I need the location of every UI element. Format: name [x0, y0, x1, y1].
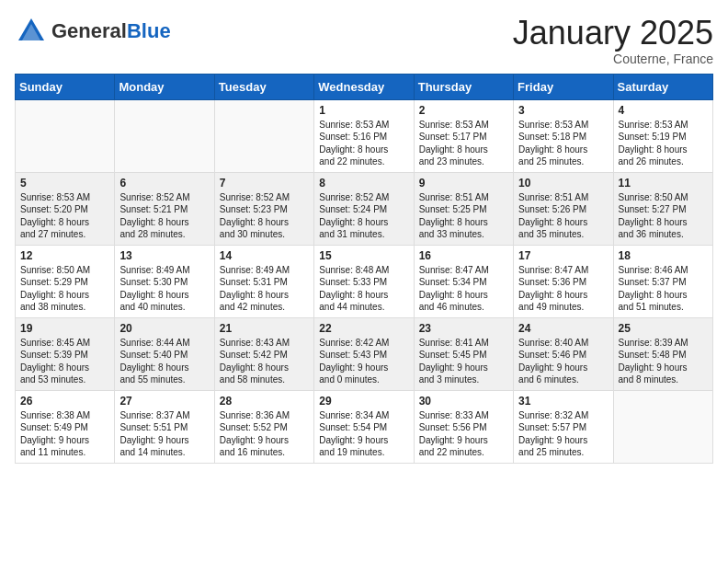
day-number: 18 [619, 249, 708, 262]
calendar-day-4: 4Sunrise: 8:53 AM Sunset: 5:19 PM Daylig… [613, 99, 712, 172]
day-info: Sunrise: 8:47 AM Sunset: 5:34 PM Dayligh… [419, 264, 508, 314]
calendar-day-17: 17Sunrise: 8:47 AM Sunset: 5:36 PM Dayli… [514, 245, 613, 317]
calendar-day-23: 23Sunrise: 8:41 AM Sunset: 5:45 PM Dayli… [414, 317, 513, 390]
day-info: Sunrise: 8:51 AM Sunset: 5:26 PM Dayligh… [518, 191, 608, 241]
weekday-header-thursday: Thursday [414, 74, 513, 99]
day-number: 2 [419, 104, 508, 117]
day-number: 26 [20, 395, 109, 408]
calendar-day-31: 31Sunrise: 8:32 AM Sunset: 5:57 PM Dayli… [514, 390, 613, 463]
calendar-day-28: 28Sunrise: 8:36 AM Sunset: 5:52 PM Dayli… [214, 390, 313, 463]
day-info: Sunrise: 8:47 AM Sunset: 5:36 PM Dayligh… [518, 264, 608, 314]
calendar-day-empty [214, 99, 313, 172]
calendar-day-30: 30Sunrise: 8:33 AM Sunset: 5:56 PM Dayli… [414, 390, 513, 463]
logo: GeneralBlue [15, 15, 171, 48]
day-number: 4 [619, 104, 708, 117]
day-info: Sunrise: 8:52 AM Sunset: 5:21 PM Dayligh… [119, 191, 209, 241]
day-info: Sunrise: 8:39 AM Sunset: 5:48 PM Dayligh… [619, 337, 708, 386]
calendar-day-2: 2Sunrise: 8:53 AM Sunset: 5:17 PM Daylig… [414, 99, 513, 172]
day-info: Sunrise: 8:53 AM Sunset: 5:17 PM Dayligh… [419, 119, 508, 168]
calendar-day-1: 1Sunrise: 8:53 AM Sunset: 5:16 PM Daylig… [314, 99, 414, 172]
day-info: Sunrise: 8:49 AM Sunset: 5:30 PM Dayligh… [119, 264, 209, 314]
calendar-day-empty [115, 99, 214, 172]
calendar-day-15: 15Sunrise: 8:48 AM Sunset: 5:33 PM Dayli… [314, 245, 414, 317]
day-info: Sunrise: 8:42 AM Sunset: 5:43 PM Dayligh… [319, 337, 408, 386]
day-number: 19 [20, 322, 109, 335]
day-info: Sunrise: 8:51 AM Sunset: 5:25 PM Dayligh… [419, 191, 508, 241]
calendar-day-25: 25Sunrise: 8:39 AM Sunset: 5:48 PM Dayli… [613, 317, 712, 390]
day-number: 22 [319, 322, 408, 335]
day-info: Sunrise: 8:49 AM Sunset: 5:31 PM Dayligh… [220, 264, 309, 314]
day-number: 20 [119, 322, 209, 335]
calendar-day-24: 24Sunrise: 8:40 AM Sunset: 5:46 PM Dayli… [514, 317, 613, 390]
day-number: 23 [419, 322, 508, 335]
day-number: 30 [419, 395, 508, 408]
calendar-day-empty [613, 390, 712, 463]
day-info: Sunrise: 8:48 AM Sunset: 5:33 PM Dayligh… [319, 264, 408, 314]
day-info: Sunrise: 8:53 AM Sunset: 5:18 PM Dayligh… [518, 119, 608, 168]
calendar-day-3: 3Sunrise: 8:53 AM Sunset: 5:18 PM Daylig… [514, 99, 613, 172]
calendar-day-8: 8Sunrise: 8:52 AM Sunset: 5:24 PM Daylig… [314, 172, 414, 245]
calendar-day-21: 21Sunrise: 8:43 AM Sunset: 5:42 PM Dayli… [214, 317, 313, 390]
day-info: Sunrise: 8:44 AM Sunset: 5:40 PM Dayligh… [119, 337, 209, 386]
calendar-day-27: 27Sunrise: 8:37 AM Sunset: 5:51 PM Dayli… [115, 390, 214, 463]
calendar-day-9: 9Sunrise: 8:51 AM Sunset: 5:25 PM Daylig… [414, 172, 513, 245]
calendar-day-18: 18Sunrise: 8:46 AM Sunset: 5:37 PM Dayli… [613, 245, 712, 317]
calendar-day-6: 6Sunrise: 8:52 AM Sunset: 5:21 PM Daylig… [115, 172, 214, 245]
day-number: 25 [619, 322, 708, 335]
day-number: 27 [119, 395, 209, 408]
day-number: 29 [319, 395, 408, 408]
day-info: Sunrise: 8:46 AM Sunset: 5:37 PM Dayligh… [619, 264, 708, 314]
calendar-day-26: 26Sunrise: 8:38 AM Sunset: 5:49 PM Dayli… [16, 390, 115, 463]
day-number: 8 [319, 177, 408, 190]
day-info: Sunrise: 8:50 AM Sunset: 5:29 PM Dayligh… [20, 264, 109, 314]
calendar-week-row: 19Sunrise: 8:45 AM Sunset: 5:39 PM Dayli… [16, 317, 713, 390]
title-block: January 2025 Couterne, France [513, 15, 713, 66]
day-number: 21 [220, 322, 309, 335]
weekday-header-row: SundayMondayTuesdayWednesdayThursdayFrid… [16, 74, 713, 99]
calendar-day-20: 20Sunrise: 8:44 AM Sunset: 5:40 PM Dayli… [115, 317, 214, 390]
day-info: Sunrise: 8:52 AM Sunset: 5:24 PM Dayligh… [319, 191, 408, 241]
day-info: Sunrise: 8:52 AM Sunset: 5:23 PM Dayligh… [220, 191, 309, 241]
calendar-day-19: 19Sunrise: 8:45 AM Sunset: 5:39 PM Dayli… [16, 317, 115, 390]
calendar-day-22: 22Sunrise: 8:42 AM Sunset: 5:43 PM Dayli… [314, 317, 414, 390]
calendar-day-12: 12Sunrise: 8:50 AM Sunset: 5:29 PM Dayli… [16, 245, 115, 317]
calendar-day-29: 29Sunrise: 8:34 AM Sunset: 5:54 PM Dayli… [314, 390, 414, 463]
day-number: 13 [119, 249, 209, 262]
day-number: 12 [20, 249, 109, 262]
weekday-header-monday: Monday [115, 74, 214, 99]
day-info: Sunrise: 8:53 AM Sunset: 5:20 PM Dayligh… [20, 191, 109, 241]
day-number: 9 [419, 177, 508, 190]
calendar-week-row: 12Sunrise: 8:50 AM Sunset: 5:29 PM Dayli… [16, 245, 713, 317]
day-info: Sunrise: 8:41 AM Sunset: 5:45 PM Dayligh… [419, 337, 508, 386]
location: Couterne, France [513, 52, 713, 66]
day-info: Sunrise: 8:40 AM Sunset: 5:46 PM Dayligh… [518, 337, 608, 386]
calendar-day-empty [16, 99, 115, 172]
logo-text: GeneralBlue [51, 19, 171, 42]
page-header: GeneralBlue January 2025 Couterne, Franc… [15, 15, 713, 66]
day-number: 7 [220, 177, 309, 190]
day-info: Sunrise: 8:33 AM Sunset: 5:56 PM Dayligh… [419, 409, 508, 459]
day-number: 3 [518, 104, 608, 117]
calendar-day-16: 16Sunrise: 8:47 AM Sunset: 5:34 PM Dayli… [414, 245, 513, 317]
calendar-week-row: 5Sunrise: 8:53 AM Sunset: 5:20 PM Daylig… [16, 172, 713, 245]
calendar-day-5: 5Sunrise: 8:53 AM Sunset: 5:20 PM Daylig… [16, 172, 115, 245]
day-number: 10 [518, 177, 608, 190]
day-number: 28 [220, 395, 309, 408]
day-info: Sunrise: 8:37 AM Sunset: 5:51 PM Dayligh… [119, 409, 209, 459]
day-info: Sunrise: 8:38 AM Sunset: 5:49 PM Dayligh… [20, 409, 109, 459]
calendar-day-14: 14Sunrise: 8:49 AM Sunset: 5:31 PM Dayli… [214, 245, 313, 317]
logo-icon [15, 15, 48, 48]
calendar-day-10: 10Sunrise: 8:51 AM Sunset: 5:26 PM Dayli… [514, 172, 613, 245]
day-number: 24 [518, 322, 608, 335]
weekday-header-sunday: Sunday [16, 74, 115, 99]
day-info: Sunrise: 8:50 AM Sunset: 5:27 PM Dayligh… [619, 191, 708, 241]
weekday-header-friday: Friday [514, 74, 613, 99]
day-number: 5 [20, 177, 109, 190]
day-number: 16 [419, 249, 508, 262]
day-number: 14 [220, 249, 309, 262]
day-info: Sunrise: 8:36 AM Sunset: 5:52 PM Dayligh… [220, 409, 309, 459]
calendar-week-row: 1Sunrise: 8:53 AM Sunset: 5:16 PM Daylig… [16, 99, 713, 172]
day-info: Sunrise: 8:43 AM Sunset: 5:42 PM Dayligh… [220, 337, 309, 386]
calendar-day-13: 13Sunrise: 8:49 AM Sunset: 5:30 PM Dayli… [115, 245, 214, 317]
day-info: Sunrise: 8:53 AM Sunset: 5:16 PM Dayligh… [319, 119, 408, 168]
